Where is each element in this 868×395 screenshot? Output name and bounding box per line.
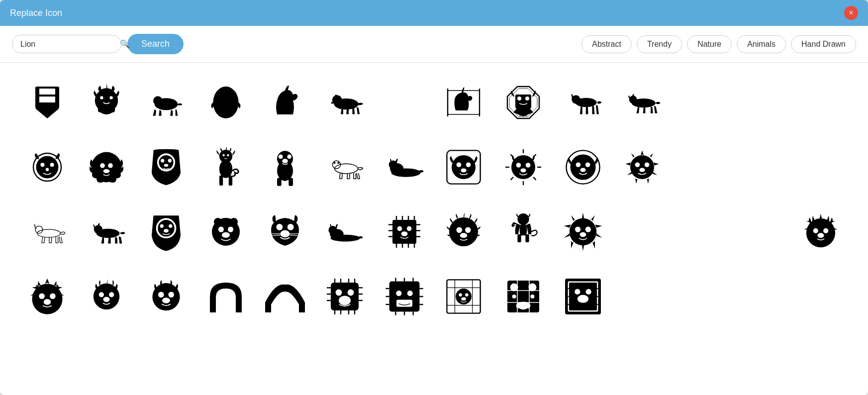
svg-point-178	[50, 293, 56, 299]
list-item[interactable]	[198, 137, 253, 197]
svg-line-110	[49, 237, 50, 243]
list-item[interactable]	[675, 73, 729, 132]
svg-point-26	[525, 97, 529, 100]
list-item[interactable]	[258, 267, 313, 326]
svg-point-83	[461, 168, 467, 172]
svg-point-177	[39, 293, 45, 299]
list-item[interactable]	[258, 73, 313, 132]
list-item[interactable]	[734, 137, 789, 197]
svg-point-98	[576, 162, 580, 167]
list-item[interactable]	[20, 137, 75, 197]
svg-point-59	[283, 159, 289, 163]
list-item[interactable]	[377, 202, 432, 262]
svg-rect-221	[396, 299, 412, 306]
list-item[interactable]	[675, 267, 729, 326]
list-item[interactable]	[377, 267, 432, 326]
svg-line-118	[61, 237, 62, 243]
list-item[interactable]	[20, 267, 75, 326]
list-item[interactable]	[437, 202, 491, 262]
list-item[interactable]	[556, 267, 610, 326]
list-item[interactable]	[20, 73, 75, 132]
svg-marker-1	[35, 108, 59, 118]
list-item[interactable]	[198, 73, 253, 132]
svg-point-185	[158, 292, 164, 298]
list-item[interactable]	[734, 73, 789, 132]
svg-rect-50	[229, 176, 232, 186]
svg-point-182	[109, 292, 114, 297]
list-item[interactable]	[615, 73, 670, 132]
filter-trendy[interactable]: Trendy	[637, 35, 682, 53]
svg-point-133	[288, 224, 294, 230]
list-item[interactable]	[556, 137, 610, 197]
svg-line-71	[357, 173, 358, 179]
filter-tags: Abstract Trendy Nature Animals Hand Draw…	[581, 35, 856, 53]
svg-point-236	[510, 284, 518, 292]
svg-point-45	[168, 159, 172, 162]
list-item[interactable]	[80, 202, 134, 262]
list-item[interactable]	[793, 202, 848, 262]
list-item[interactable]	[139, 267, 193, 326]
list-item[interactable]	[377, 137, 432, 197]
list-item[interactable]	[139, 73, 193, 132]
list-item[interactable]	[496, 137, 551, 197]
svg-point-105	[37, 229, 61, 237]
list-item[interactable]	[317, 73, 372, 132]
list-item[interactable]	[317, 137, 372, 197]
svg-point-173	[813, 228, 818, 233]
svg-point-39	[100, 163, 105, 168]
list-item[interactable]	[80, 137, 134, 197]
list-item[interactable]	[615, 202, 670, 262]
list-item[interactable]	[437, 267, 491, 326]
list-item[interactable]	[80, 267, 134, 326]
list-item[interactable]	[139, 137, 193, 197]
list-item[interactable]	[675, 137, 729, 197]
list-item[interactable]	[734, 267, 789, 326]
svg-point-92	[511, 155, 535, 179]
list-item[interactable]	[496, 202, 551, 262]
filter-abstract[interactable]: Abstract	[581, 35, 632, 53]
svg-point-175	[818, 233, 824, 238]
list-item[interactable]	[198, 202, 253, 262]
list-item[interactable]	[258, 202, 313, 262]
list-item[interactable]	[496, 73, 551, 132]
list-item[interactable]	[734, 202, 789, 262]
search-button[interactable]: Search	[127, 34, 184, 54]
svg-point-124	[169, 224, 172, 228]
list-item[interactable]	[496, 267, 551, 326]
svg-point-48	[219, 160, 232, 178]
list-item[interactable]	[615, 267, 670, 326]
list-item[interactable]	[258, 137, 313, 197]
svg-line-115	[58, 237, 58, 243]
list-item[interactable]	[556, 202, 610, 262]
search-input[interactable]	[20, 40, 120, 49]
list-item[interactable]	[437, 73, 491, 132]
list-item[interactable]	[437, 137, 491, 197]
list-item[interactable]	[139, 202, 193, 262]
list-item[interactable]	[317, 202, 372, 262]
svg-point-16	[221, 111, 230, 118]
list-item[interactable]	[793, 137, 848, 197]
dialog-header: Replace Icon ×	[0, 0, 868, 26]
svg-rect-166	[525, 234, 529, 242]
filter-nature[interactable]: Nature	[687, 35, 732, 53]
list-item[interactable]	[793, 73, 848, 132]
icons-area[interactable]	[0, 63, 868, 395]
list-item[interactable]	[615, 137, 670, 197]
svg-point-157	[397, 226, 402, 231]
close-button[interactable]: ×	[844, 6, 858, 20]
filter-animals[interactable]: Animals	[737, 35, 786, 53]
list-item[interactable]	[675, 202, 729, 262]
svg-point-203	[336, 290, 342, 296]
svg-point-104	[640, 168, 645, 172]
list-item[interactable]	[20, 202, 75, 262]
svg-point-246	[577, 295, 588, 303]
list-item[interactable]	[377, 73, 432, 132]
list-item[interactable]	[80, 73, 134, 132]
svg-line-89	[533, 177, 536, 180]
list-item[interactable]	[556, 73, 610, 132]
list-item[interactable]	[198, 267, 253, 326]
svg-point-240	[516, 301, 531, 309]
list-item[interactable]	[317, 267, 372, 326]
filter-hand-drawn[interactable]: Hand Drawn	[791, 35, 856, 53]
svg-point-245	[585, 289, 591, 295]
